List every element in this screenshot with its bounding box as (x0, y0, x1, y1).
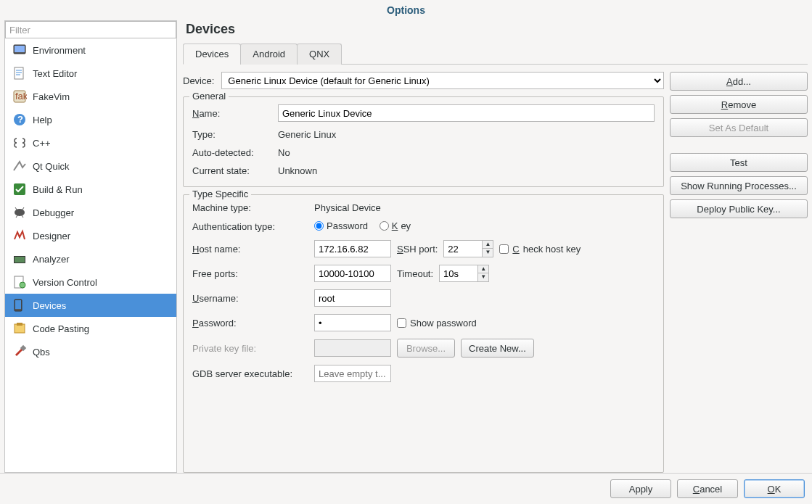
right-button-column: Add... Remove Set As Default Test Show R… (670, 72, 808, 473)
sidebar-item-version-control[interactable]: Version Control (5, 270, 176, 294)
ssh-port-spin[interactable]: ▲▼ (443, 240, 493, 257)
debugger-icon (12, 205, 27, 220)
sidebar-item-label: Text Editor (33, 68, 77, 79)
sidebar-item-label: Analyzer (33, 254, 70, 265)
general-fieldset: General Name: Type: Generic Linux Auto-d… (183, 96, 664, 187)
tab-devices[interactable]: Devices (183, 44, 241, 65)
sidebar-item-help[interactable]: ?Help (5, 108, 176, 131)
cancel-button[interactable]: Cancel (677, 479, 738, 498)
sidebar-item-label: Qbs (33, 347, 50, 358)
create-new-button[interactable]: Create New... (461, 339, 534, 358)
ssh-port-label: SSH port: (397, 244, 438, 255)
type-value: Generic Linux (278, 129, 655, 140)
help-icon: ? (12, 112, 27, 127)
text-editor-icon (12, 66, 27, 80)
qbs-icon (12, 344, 27, 359)
apply-button[interactable]: Apply (610, 479, 671, 498)
add-button[interactable]: Add... (670, 72, 808, 91)
designer-icon (12, 228, 27, 243)
page-title: Devices (183, 20, 808, 43)
set-default-button: Set As Default (670, 118, 808, 137)
auth-password-radio[interactable]: Password (314, 220, 368, 231)
tabs: DevicesAndroidQNX (183, 43, 808, 65)
password-row: Show password (314, 314, 655, 331)
window-title: Options (0, 0, 812, 20)
sidebar-item-devices[interactable]: Devices (5, 294, 176, 317)
sidebar-item-label: Designer (33, 231, 70, 241)
sidebar-item-designer[interactable]: Designer (5, 224, 176, 247)
ok-button[interactable]: OK (744, 479, 805, 498)
private-key-label: Private key file: (192, 343, 308, 354)
sidebar-item-label: C++ (33, 138, 51, 149)
tab-qnx[interactable]: QNX (297, 44, 342, 65)
check-host-key-checkbox[interactable]: Check host key (499, 244, 581, 255)
spin-down-icon[interactable]: ▼ (483, 249, 493, 257)
category-list: EnvironmentText EditorfakeFakeVim?HelpC+… (5, 38, 176, 472)
svg-rect-1 (15, 46, 25, 52)
state-label: Current state: (192, 165, 272, 176)
tab-body: Device: Generic Linux Device (default fo… (183, 65, 808, 473)
remove-button[interactable]: Remove (670, 95, 808, 114)
gdb-input[interactable] (314, 365, 391, 382)
sidebar-item-label: FakeVim (33, 91, 70, 102)
deploy-key-button[interactable]: Deploy Public Key... (670, 199, 808, 218)
auth-type-group: Password Key (314, 220, 655, 233)
svg-rect-2 (15, 67, 23, 79)
gdb-label: GDB server executable: (192, 368, 308, 379)
browse-button: Browse... (397, 339, 455, 358)
device-label: Device: (183, 75, 217, 86)
sidebar-item-label: Build & Run (33, 184, 83, 195)
bottom-bar: Apply Cancel OK (0, 473, 812, 504)
sidebar-item-c-[interactable]: C++ (5, 131, 176, 154)
device-select[interactable]: Generic Linux Device (default for Generi… (221, 72, 664, 89)
machine-type-value: Physical Device (314, 202, 655, 213)
password-input[interactable] (314, 314, 391, 331)
svg-rect-19 (17, 323, 22, 326)
freeports-row: Timeout: ▲▼ (314, 265, 655, 282)
username-input[interactable] (314, 289, 391, 307)
device-name-input[interactable] (278, 104, 655, 122)
spin-up-icon[interactable]: ▲ (483, 241, 493, 249)
host-name-input[interactable] (314, 240, 391, 257)
tab-left: Device: Generic Linux Device (default fo… (183, 72, 664, 473)
free-ports-input[interactable] (314, 265, 391, 282)
test-button[interactable]: Test (670, 153, 808, 172)
sidebar-item-label: Qt Quick (33, 161, 70, 172)
password-label: Password: (192, 318, 308, 329)
sidebar-item-environment[interactable]: Environment (5, 38, 176, 62)
sidebar-item-fakevim[interactable]: fakeFakeVim (5, 85, 176, 108)
environment-icon (12, 43, 27, 57)
sidebar-item-qt-quick[interactable]: Qt Quick (5, 154, 176, 178)
timeout-spin[interactable]: ▲▼ (439, 265, 489, 282)
sidebar-item-debugger[interactable]: Debugger (5, 201, 176, 224)
svg-point-11 (15, 209, 25, 216)
version-control-icon (12, 275, 27, 289)
sidebar-item-build-run[interactable]: Build & Run (5, 178, 176, 201)
sidebar-item-code-pasting[interactable]: Code Pasting (5, 317, 176, 340)
machine-type-label: Machine type: (192, 202, 308, 213)
ssh-port-input[interactable] (443, 240, 483, 257)
spin-up-icon[interactable]: ▲ (478, 265, 488, 273)
filter-input[interactable] (5, 21, 176, 38)
tab-android[interactable]: Android (240, 44, 298, 65)
sidebar-item-qbs[interactable]: Qbs (5, 340, 176, 363)
sidebar-item-label: Debugger (33, 207, 74, 218)
spin-down-icon[interactable]: ▼ (478, 273, 488, 281)
name-label: Name: (192, 108, 272, 119)
timeout-input[interactable] (439, 265, 478, 282)
sidebar-item-analyzer[interactable]: Analyzer (5, 247, 176, 270)
svg-text:fake: fake (15, 91, 27, 102)
main-panel: Devices DevicesAndroidQNX Device: Generi… (183, 20, 808, 473)
sidebar-item-text-editor[interactable]: Text Editor (5, 62, 176, 85)
private-key-input (314, 339, 391, 357)
show-password-checkbox[interactable]: Show password (397, 318, 477, 329)
type-specific-fieldset: Type Specific Machine type: Physical Dev… (183, 194, 664, 473)
general-legend: General (189, 91, 229, 102)
auth-key-radio[interactable]: Key (380, 220, 411, 231)
sidebar-item-label: Help (33, 115, 52, 125)
fakevim-icon: fake (12, 89, 27, 104)
build-run-icon (12, 182, 27, 197)
sidebar-item-label: Code Pasting (33, 323, 89, 334)
show-processes-button[interactable]: Show Running Processes... (670, 176, 808, 195)
code-pasting-icon (12, 321, 27, 336)
